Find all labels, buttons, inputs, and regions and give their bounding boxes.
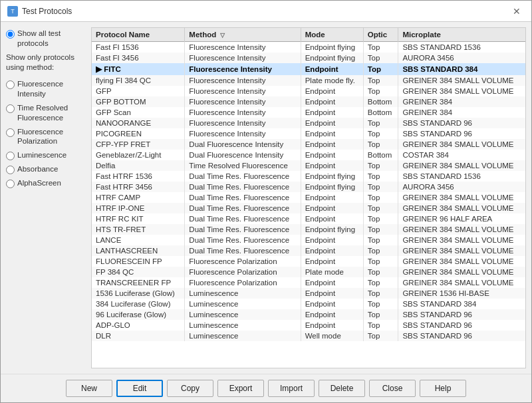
radio-show-all[interactable]: Show all test protocols [6,29,86,49]
table-row[interactable]: FLUORESCEIN FPFluorescence PolarizationE… [92,256,525,267]
radio-trf[interactable]: Time Resolved Fluorescence [6,103,86,123]
table-cell: Dual Time Res. Fluorescence [185,235,301,245]
col-method[interactable]: Method ▽ [185,28,301,42]
new-button[interactable]: New [66,380,112,397]
radio-abs-input[interactable] [6,166,15,174]
table-cell: NANOORANGE [92,118,185,128]
table-body: Fast FI 1536Fluorescence IntensityEndpoi… [92,42,525,342]
radio-lum[interactable]: Luminescence [6,150,86,160]
table-row[interactable]: CFP-YFP FRETDual Fluorescence IntensityE… [92,139,525,150]
radio-fp[interactable]: Fluorescence Polarization [6,127,86,147]
radio-fp-input[interactable] [6,128,15,137]
table-cell: Top [363,192,398,203]
table-row[interactable]: PICOGREENFluorescence IntensityEndpointT… [92,128,525,139]
table-cell: Luminescence [185,299,301,309]
table-row[interactable]: GFP ScanFluorescence IntensityEndpointBo… [92,107,525,118]
help-button[interactable]: Help [420,380,466,397]
table-row[interactable]: Fast FI 3456Fluorescence IntensityEndpoi… [92,53,525,63]
table-cell: Top [363,75,398,86]
table-row[interactable]: TRANSCREENER FPFluorescence Polarization… [92,277,525,288]
table-cell: Dual Fluorescence Intensity [185,139,301,150]
table-cell: Endpoint [301,118,363,128]
edit-button[interactable]: Edit [116,380,163,397]
table-cell: flying FI 384 QC [92,75,185,86]
table-cell: Top [363,118,398,128]
table-cell: Top [363,224,398,235]
table-row[interactable]: HTS TR-FRETDual Time Res. FluorescenceEn… [92,224,525,235]
table-cell: AURORA 3456 [398,182,525,192]
table-row[interactable]: NANOORANGEFluorescence IntensityEndpoint… [92,118,525,128]
table-cell: GREINER 384 SMALL VOLUME [398,86,525,96]
table-row[interactable]: flying FI 384 QCFluorescence IntensityPl… [92,75,525,86]
table-cell: Endpoint [301,63,363,75]
table-cell: Endpoint [301,213,363,224]
table-row[interactable]: DLRLuminescenceWell modeTopSBS STANDARD … [92,331,525,341]
radio-lum-input[interactable] [6,152,15,160]
table-row[interactable]: 96 Luciferase (Glow)LuminescenceEndpoint… [92,309,525,320]
table-cell: GREINER 384 [398,107,525,118]
radio-show-all-input[interactable] [6,30,15,39]
table-row[interactable]: Geneblazer/Z-LightDual Fluorescence Inte… [92,150,525,160]
table-container[interactable]: Protocol Name Method ▽ Mode Optic Microp… [92,28,525,368]
table-row[interactable]: DelfiaTime Resolved FluorescenceEndpoint… [92,160,525,171]
table-row[interactable]: GFPFluorescence IntensityEndpointTopGREI… [92,86,525,96]
table-cell: Endpoint [301,192,363,203]
table-cell: GREINER 384 SMALL VOLUME [398,245,525,256]
import-button[interactable]: Import [268,380,315,397]
table-row[interactable]: LANCEDual Time Res. FluorescenceEndpoint… [92,235,525,245]
table-cell: GREINER 1536 HI-BASE [398,288,525,299]
table-cell: Top [363,171,398,182]
table-row[interactable]: HTRF RC KITDual Time Res. FluorescenceEn… [92,213,525,224]
radio-trf-input[interactable] [6,104,15,113]
radio-fi-input[interactable] [6,80,15,89]
table-cell: Endpoint flying [301,42,363,53]
table-row[interactable]: FP 384 QCFluorescence PolarizationPlate … [92,267,525,277]
table-cell: HTRF RC KIT [92,213,185,224]
table-row[interactable]: Fast HTRF 3456Dual Time Res. Fluorescenc… [92,182,525,192]
col-protocol-name[interactable]: Protocol Name [92,28,185,42]
table-cell: SBS STANDARD 96 [398,320,525,331]
footer-buttons: New Edit Copy Export Import Delete Close… [1,374,531,402]
table-cell: GREINER 384 SMALL VOLUME [398,139,525,150]
table-row[interactable]: GFP BOTTOMFluorescence IntensityEndpoint… [92,96,525,107]
delete-button[interactable]: Delete [319,380,365,397]
radio-fi[interactable]: Fluorescence Intensity [6,79,86,99]
radio-alpha-input[interactable] [6,180,15,188]
table-cell: SBS STANDARD 1536 [398,42,525,53]
col-mode[interactable]: Mode [301,28,363,42]
col-optic[interactable]: Optic [363,28,398,42]
table-cell: Plate mode [301,267,363,277]
col-microplate[interactable]: Microplate [398,28,525,42]
table-row[interactable]: Fast HTRF 1536Dual Time Res. Fluorescenc… [92,171,525,182]
sort-icon: ▽ [220,32,225,39]
table-row[interactable]: FITCFluorescence IntensityEndpointTopSBS… [92,63,525,75]
table-row[interactable]: 1536 Luciferase (Glow)LuminescenceEndpoi… [92,288,525,299]
table-cell: Top [363,331,398,341]
table-row[interactable]: 384 Luciferase (Glow)LuminescenceEndpoin… [92,299,525,309]
table-cell: GREINER 384 SMALL VOLUME [398,235,525,245]
table-cell: Endpoint [301,235,363,245]
radio-alpha[interactable]: AlphaScreen [6,178,86,188]
close-icon[interactable]: ✕ [509,5,525,18]
radio-abs[interactable]: Absorbance [6,164,86,174]
protocols-table: Protocol Name Method ▽ Mode Optic Microp… [92,28,525,341]
table-cell: ADP-GLO [92,320,185,331]
abs-label: Absorbance [17,164,58,174]
table-cell: Fluorescence Intensity [185,75,301,86]
filter-radio-group: Show all test protocols Show only protoc… [6,29,86,188]
table-row[interactable]: HTRF IP-ONEDual Time Res. FluorescenceEn… [92,203,525,213]
table-cell: Top [363,309,398,320]
table-row[interactable]: Fast FI 1536Fluorescence IntensityEndpoi… [92,42,525,53]
table-cell: Endpoint flying [301,182,363,192]
table-row[interactable]: LANTHASCREENDual Time Res. FluorescenceE… [92,245,525,256]
table-row[interactable]: ADP-GLOLuminescenceEndpointTopSBS STANDA… [92,320,525,331]
close-button[interactable]: Close [369,380,416,397]
table-cell: Top [363,160,398,171]
copy-button[interactable]: Copy [167,380,213,397]
table-row[interactable]: HTRF CAMPDual Time Res. FluorescenceEndp… [92,192,525,203]
table-cell: Dual Time Res. Fluorescence [185,213,301,224]
table-cell: Endpoint [301,139,363,150]
export-button[interactable]: Export [217,380,264,397]
table-cell: LANTHASCREEN [92,245,185,256]
table-cell: HTRF IP-ONE [92,203,185,213]
